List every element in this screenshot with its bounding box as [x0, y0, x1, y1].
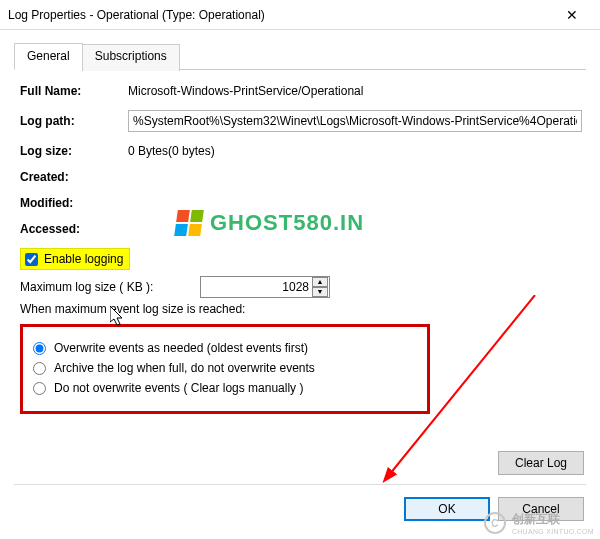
- radio-manual[interactable]: Do not overwrite events ( Clear logs man…: [33, 381, 417, 395]
- max-log-size-spinner[interactable]: ▲ ▼: [312, 277, 328, 297]
- close-button[interactable]: ✕: [552, 0, 592, 30]
- retention-radio-group: Overwrite events as needed (oldest event…: [20, 324, 430, 414]
- radio-manual-label: Do not overwrite events ( Clear logs man…: [54, 381, 303, 395]
- radio-archive[interactable]: Archive the log when full, do not overwr…: [33, 361, 417, 375]
- radio-overwrite-label: Overwrite events as needed (oldest event…: [54, 341, 308, 355]
- clear-log-button[interactable]: Clear Log: [498, 451, 584, 475]
- cancel-button[interactable]: Cancel: [498, 497, 584, 521]
- ok-button[interactable]: OK: [404, 497, 490, 521]
- spin-up-icon[interactable]: ▲: [312, 277, 328, 287]
- window-title: Log Properties - Operational (Type: Oper…: [8, 8, 552, 22]
- enable-logging-checkbox[interactable]: [25, 253, 38, 266]
- label-modified: Modified:: [20, 196, 128, 210]
- title-bar: Log Properties - Operational (Type: Oper…: [0, 0, 600, 30]
- label-when-reached: When maximum event log size is reached:: [20, 302, 582, 316]
- radio-manual-input[interactable]: [33, 382, 46, 395]
- label-accessed: Accessed:: [20, 222, 128, 236]
- value-log-size: 0 Bytes(0 bytes): [128, 144, 582, 158]
- value-full-name: Microsoft-Windows-PrintService/Operation…: [128, 84, 582, 98]
- tab-general[interactable]: General: [14, 43, 83, 70]
- tab-strip: General Subscriptions: [14, 42, 586, 70]
- label-log-size: Log size:: [20, 144, 128, 158]
- label-full-name: Full Name:: [20, 84, 128, 98]
- radio-overwrite[interactable]: Overwrite events as needed (oldest event…: [33, 341, 417, 355]
- radio-overwrite-input[interactable]: [33, 342, 46, 355]
- label-max-log-size: Maximum log size ( KB ):: [20, 280, 200, 294]
- spin-down-icon[interactable]: ▼: [312, 287, 328, 297]
- enable-logging-row[interactable]: Enable logging: [20, 248, 130, 270]
- enable-logging-label: Enable logging: [44, 252, 123, 266]
- separator: [14, 484, 586, 485]
- label-log-path: Log path:: [20, 114, 128, 128]
- corner-watermark-subtext: CHUANG XINTUO.COM: [512, 528, 594, 535]
- label-created: Created:: [20, 170, 128, 184]
- tab-subscriptions[interactable]: Subscriptions: [82, 44, 180, 71]
- input-max-log-size[interactable]: [200, 276, 330, 298]
- radio-archive-input[interactable]: [33, 362, 46, 375]
- input-log-path[interactable]: [128, 110, 582, 132]
- radio-archive-label: Archive the log when full, do not overwr…: [54, 361, 315, 375]
